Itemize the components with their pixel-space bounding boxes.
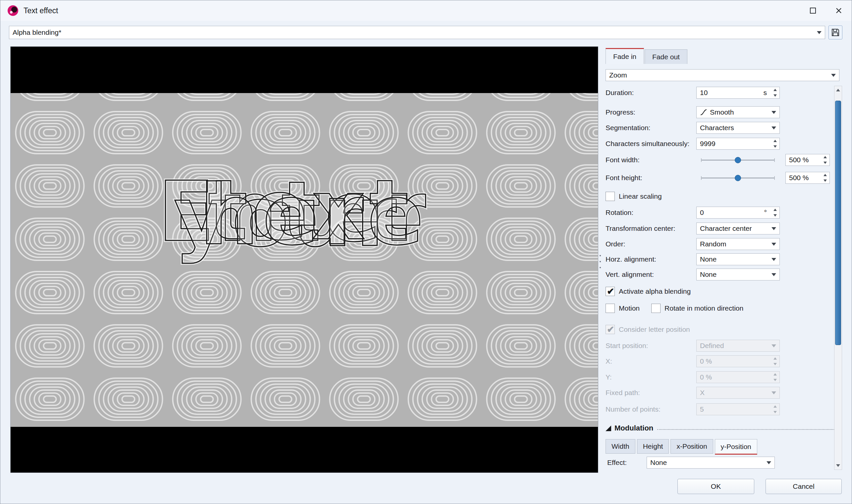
segmentation-select[interactable]: Characters: [696, 122, 780, 134]
fixed-path-select: X: [696, 387, 780, 399]
horz-alignment-value: None: [700, 255, 716, 263]
progress-row: Progress: Smooth: [606, 106, 837, 118]
linear-scaling-label: Linear scaling: [619, 192, 662, 200]
order-select[interactable]: Random: [696, 238, 780, 250]
chars-simultaneously-label: Characters simultaneously:: [606, 140, 689, 148]
dropdown-arrow-icon: [771, 258, 776, 261]
rotate-motion-label: Rotate in motion direction: [664, 304, 743, 312]
consider-letter-checkbox: [606, 325, 615, 334]
number-of-points-row: Number of points: 5: [606, 403, 837, 415]
segmentation-value: Characters: [700, 124, 734, 132]
progress-value: Smooth: [710, 108, 734, 116]
modulation-effect-select[interactable]: None: [646, 457, 775, 469]
tab-height[interactable]: Height: [637, 439, 669, 454]
dropdown-arrow-icon: [771, 227, 776, 230]
save-preset-button[interactable]: [829, 25, 842, 39]
dotted-rule: [657, 429, 837, 430]
maximize-button[interactable]: [800, 0, 826, 21]
vert-alignment-select[interactable]: None: [696, 269, 780, 281]
settings-panel: Fade in Fade out Zoom Duration: 10 s: [603, 47, 844, 480]
rotation-unit: °: [764, 209, 768, 217]
font-width-slider[interactable]: [701, 154, 775, 166]
preview-render: Enter your text here Enter your text her…: [11, 47, 598, 472]
transformation-center-select[interactable]: Character center: [696, 222, 780, 234]
preset-select[interactable]: Alpha blending*: [9, 26, 825, 39]
horz-alignment-select[interactable]: None: [696, 253, 780, 265]
scrollbar-thumb[interactable]: [835, 101, 841, 345]
consider-letter-row: Consider letter position: [606, 325, 690, 335]
ok-button[interactable]: OK: [677, 479, 754, 494]
scroll-down-button[interactable]: [834, 462, 842, 470]
spin-up-icon[interactable]: [821, 172, 830, 178]
close-button[interactable]: [826, 0, 852, 21]
fixed-path-row: Fixed path: X: [606, 387, 837, 399]
vert-alignment-label: Vert. alignment:: [606, 271, 654, 278]
duration-unit: s: [764, 89, 768, 97]
x-value: 0 %: [700, 357, 712, 365]
effect-type-select[interactable]: Zoom: [606, 69, 839, 81]
slider-thumb[interactable]: [735, 175, 741, 181]
y-value: 0 %: [700, 373, 712, 381]
activate-alpha-checkbox[interactable]: [606, 287, 615, 296]
x-input: 0 %: [696, 355, 780, 367]
chars-simultaneously-input[interactable]: 9999: [696, 138, 780, 150]
font-height-row: Font height: 500 %: [606, 172, 837, 184]
x-row: X: 0 %: [606, 355, 837, 367]
dropdown-arrow-icon: [771, 126, 776, 129]
order-row: Order: Random: [606, 238, 837, 250]
number-of-points-label: Number of points:: [606, 405, 660, 413]
effect-type-row: Zoom: [606, 69, 839, 81]
spin-up-icon[interactable]: [771, 207, 779, 213]
spin-down-icon[interactable]: [821, 178, 830, 183]
duration-input[interactable]: 10 s: [696, 87, 780, 99]
modulation-header[interactable]: Modulation: [606, 424, 837, 432]
cancel-button[interactable]: Cancel: [765, 479, 842, 494]
smooth-curve-icon: [700, 109, 707, 116]
font-height-slider[interactable]: [701, 172, 775, 184]
panel-scrollbar[interactable]: [834, 86, 842, 470]
preview-word: here: [200, 167, 428, 263]
number-of-points-input: 5: [696, 403, 780, 415]
motion-checkbox[interactable]: [606, 304, 615, 313]
slider-thumb[interactable]: [735, 157, 741, 163]
spin-down-icon[interactable]: [771, 144, 779, 149]
duration-value: 10: [700, 89, 708, 97]
progress-select[interactable]: Smooth: [696, 106, 780, 118]
rotation-value: 0: [700, 209, 704, 217]
rotate-motion-checkbox[interactable]: [651, 304, 660, 313]
spin-up-icon: [771, 372, 779, 377]
font-width-input[interactable]: 500 %: [785, 154, 830, 166]
transformation-center-label: Transformation center:: [606, 224, 675, 232]
spin-up-icon[interactable]: [821, 154, 830, 160]
spin-up-icon[interactable]: [771, 87, 779, 93]
tab-fade-out[interactable]: Fade out: [645, 49, 687, 64]
tab-y-position[interactable]: y-Position: [715, 439, 757, 455]
spin-down-icon[interactable]: [821, 160, 830, 166]
start-position-select: Defined: [696, 340, 780, 352]
spin-up-icon[interactable]: [771, 138, 779, 144]
segmentation-row: Segmentation: Characters: [606, 122, 837, 134]
panel-splitter[interactable]: [599, 254, 602, 270]
rotation-input[interactable]: 0 °: [696, 206, 780, 219]
y-row: Y: 0 %: [606, 371, 837, 383]
linear-scaling-checkbox[interactable]: [606, 192, 615, 201]
font-height-input[interactable]: 500 %: [785, 172, 830, 184]
transformation-center-value: Character center: [700, 224, 752, 232]
font-height-value: 500 %: [789, 174, 809, 182]
tab-fade-in[interactable]: Fade in: [606, 48, 644, 64]
font-height-label: Font height:: [606, 174, 642, 182]
activate-alpha-row: Activate alpha blending: [606, 286, 691, 296]
modulation-tabs: Width Height x-Position y-Position: [606, 439, 759, 455]
spin-down-icon[interactable]: [771, 213, 779, 218]
chars-simultaneously-row: Characters simultaneously: 9999: [606, 138, 837, 150]
dropdown-arrow-icon: [771, 344, 776, 347]
activate-alpha-label: Activate alpha blending: [619, 287, 691, 295]
scroll-up-button[interactable]: [834, 86, 842, 94]
number-of-points-value: 5: [700, 405, 704, 413]
progress-label: Progress:: [606, 108, 635, 116]
tab-width[interactable]: Width: [606, 439, 635, 454]
maximize-icon: [810, 7, 816, 14]
tab-x-position[interactable]: x-Position: [671, 439, 713, 454]
spin-down-icon[interactable]: [771, 93, 779, 98]
preset-value: Alpha blending*: [13, 29, 61, 36]
